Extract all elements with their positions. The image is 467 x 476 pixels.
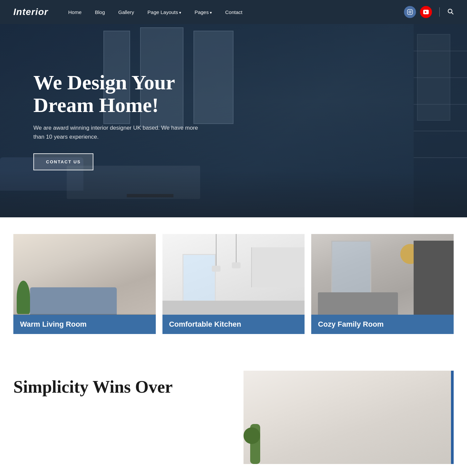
nav-divider [439, 7, 440, 17]
instagram-icon[interactable] [404, 6, 416, 18]
gallery-item-kitchen[interactable]: Comfortable Kitchen [162, 234, 305, 334]
pendant-2 [236, 234, 237, 264]
gallery-caption-2: Comfortable Kitchen [162, 315, 305, 334]
nav-right [404, 6, 454, 18]
pendant-shade-2 [232, 262, 241, 268]
hero-content: We Design Your Dream Home! We are award … [0, 71, 234, 170]
kitchen-cabinet [251, 247, 305, 287]
youtube-icon[interactable] [420, 6, 432, 18]
gallery-caption-1: Warm Living Room [13, 315, 156, 334]
nav-links: Home Blog Gallery Page Layouts Pages Con… [68, 9, 404, 15]
nav-gallery[interactable]: Gallery [118, 9, 134, 15]
hero-title: We Design Your Dream Home! [33, 71, 200, 116]
gallery-title-1: Warm Living Room [20, 320, 87, 328]
nav-page-layouts[interactable]: Page Layouts [147, 9, 181, 15]
site-logo[interactable]: Interior [13, 7, 48, 17]
gallery-item-living-room[interactable]: Warm Living Room [13, 234, 156, 334]
contact-us-button[interactable]: CONTACT US [33, 153, 93, 170]
nav-home[interactable]: Home [68, 9, 81, 15]
gallery-item-family-room[interactable]: Cozy Family Room [311, 234, 454, 334]
nav-pages[interactable]: Pages [194, 9, 212, 15]
family-window [331, 241, 371, 301]
gallery-caption-3: Cozy Family Room [311, 315, 454, 334]
family-shelf [414, 241, 454, 321]
hero-section: We Design Your Dream Home! We are award … [0, 24, 467, 217]
gallery-section: Warm Living Room Comfortable Kitchen [0, 217, 467, 351]
search-icon[interactable] [447, 8, 454, 16]
living-room-plant [17, 281, 30, 314]
pendant-1 [216, 234, 216, 267]
svg-point-2 [411, 10, 412, 11]
bottom-title: Simplicity Wins Over [13, 377, 223, 396]
gallery-grid: Warm Living Room Comfortable Kitchen [13, 234, 454, 334]
gallery-title-2: Comfortable Kitchen [169, 320, 241, 328]
svg-line-4 [452, 12, 453, 14]
bottom-image [244, 371, 454, 464]
living-room-sofa [30, 287, 117, 314]
bottom-image-plant [250, 424, 260, 464]
nav-contact[interactable]: Contact [225, 9, 243, 15]
bottom-section: Simplicity Wins Over [0, 351, 467, 464]
pendant-shade-1 [212, 266, 220, 272]
svg-rect-0 [408, 10, 413, 15]
navbar: Interior Home Blog Gallery Page Layouts … [0, 0, 467, 24]
bottom-image-background [244, 371, 454, 464]
bottom-text: Simplicity Wins Over [13, 371, 223, 396]
gallery-title-3: Cozy Family Room [318, 320, 384, 328]
bottom-image-accent [451, 371, 454, 464]
nav-blog[interactable]: Blog [95, 9, 105, 15]
svg-point-1 [409, 11, 411, 13]
hero-subtitle: We are award winning interior designer U… [33, 123, 200, 141]
family-sofa [318, 292, 398, 316]
